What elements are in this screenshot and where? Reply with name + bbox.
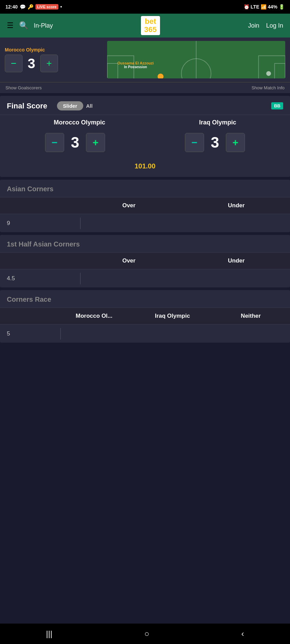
half-asian-corners-title: 1st Half Asian Corners: [7, 240, 80, 248]
score-plus-top[interactable]: +: [40, 55, 58, 72]
corners-race-table-header: Morocco Ol... Iraq Olympic Neither: [0, 308, 290, 324]
final-score-header: Final Score Slider All BB: [0, 96, 290, 115]
half-asian-corners-under-header: Under: [183, 253, 290, 269]
half-asian-corners-over-header: Over: [75, 253, 183, 269]
corners-race-title: Corners Race: [7, 296, 51, 303]
asian-corners-spacer: [0, 197, 75, 214]
navbar: ☰ 🔍 In-Play bet 365 Join Log In: [0, 14, 290, 38]
corners-race-col2-header: Iraq Olympic: [133, 308, 212, 324]
in-play-link[interactable]: In-Play: [34, 22, 53, 29]
match-score-left: Morocco Olympic − 3 +: [5, 47, 104, 72]
half-asian-corners-section: 1st Half Asian Corners Over Under 4.5: [0, 235, 290, 287]
score-group-2: − 3 +: [185, 133, 245, 152]
live-score-badge: LIVE score: [35, 4, 58, 10]
half-asian-corners-over-cell[interactable]: [81, 274, 185, 283]
team1-score-value: 3: [68, 134, 83, 151]
corners-race-col1-header: Morocco Ol...: [55, 308, 133, 324]
score-group-1: − 3 +: [45, 133, 105, 152]
bottom-back-button[interactable]: ‹: [234, 626, 251, 642]
team1-name: Morocco Olympic: [54, 119, 105, 126]
match-team-label: Morocco Olympic: [5, 47, 104, 53]
vpn-icon: 🔑: [28, 4, 33, 10]
half-asian-corners-row: 4.5: [0, 269, 290, 287]
status-right: ⏰ LTE 📶 44% 🔋: [244, 4, 285, 10]
corners-race-col3-cell[interactable]: [214, 329, 290, 339]
asian-corners-over-cell[interactable]: [81, 219, 185, 228]
player-status: In Possession: [117, 65, 154, 69]
search-icon[interactable]: 🔍: [19, 21, 28, 30]
odds-value: 101.00: [134, 162, 155, 170]
score-control-top: − 3 +: [5, 55, 104, 72]
lte-icon: LTE: [251, 4, 259, 10]
brand-logo[interactable]: bet 365: [141, 16, 160, 35]
asian-corners-under-header: Under: [183, 197, 290, 214]
bottom-nav: ||| ○ ‹: [0, 624, 290, 644]
message-icon: 💬: [20, 4, 26, 10]
team1-score-minus[interactable]: −: [45, 133, 64, 152]
corners-race-row: 5: [0, 324, 290, 343]
join-link[interactable]: Join: [248, 22, 259, 29]
status-time: 12:40: [5, 4, 18, 10]
field-visualization: 40:40 Oussama El Azzouzi In Possessio: [107, 41, 285, 78]
hamburger-icon[interactable]: ☰: [7, 21, 14, 30]
signal-bars-icon: 📶: [261, 4, 266, 10]
corners-race-col3-header: Neither: [212, 308, 290, 324]
teams-row: Morocco Olympic Iraq Olympic: [0, 115, 290, 129]
bottom-home-button[interactable]: ○: [137, 626, 156, 642]
score-minus-top[interactable]: −: [5, 55, 23, 72]
navbar-right: Join Log In: [248, 22, 283, 29]
corners-race-col1-cell[interactable]: [61, 329, 137, 339]
bb-badge: BB: [271, 102, 283, 109]
status-left: 12:40 💬 🔑 LIVE score •: [5, 4, 62, 10]
player-name: Oussama El Azzouzi: [117, 61, 154, 65]
slider-all-group: Slider All: [57, 101, 93, 110]
slider-button[interactable]: Slider: [57, 101, 84, 110]
battery-icon: 🔋: [279, 4, 285, 10]
player-label: Oussama El Azzouzi In Possession: [117, 61, 154, 69]
log-in-link[interactable]: Log In: [266, 22, 283, 29]
half-asian-corners-header: 1st Half Asian Corners: [0, 235, 290, 252]
asian-corners-row: 9: [0, 214, 290, 232]
score-row: − 3 + − 3 +: [0, 129, 290, 159]
final-score-section: Final Score Slider All BB Morocco Olympi…: [0, 96, 290, 177]
corners-race-line: 5: [0, 330, 60, 337]
match-top-section: Morocco Olympic − 3 + 40:40: [0, 38, 290, 82]
team2-score-minus[interactable]: −: [185, 133, 204, 152]
corners-race-spacer: [0, 308, 55, 324]
odds-row: 101.00: [0, 159, 290, 177]
asian-corners-under-cell[interactable]: [185, 219, 290, 228]
dot-indicator: •: [60, 4, 62, 10]
half-asian-corners-table-header: Over Under: [0, 252, 290, 269]
match-info-bar: Show Goalscorers Show Match Info: [0, 82, 290, 93]
svg-point-7: [266, 71, 271, 76]
half-asian-corners-spacer: [0, 253, 75, 269]
asian-corners-over-header: Over: [75, 197, 183, 214]
status-bar: 12:40 💬 🔑 LIVE score • ⏰ LTE 📶 44% 🔋: [0, 0, 290, 14]
alarm-icon: ⏰: [244, 4, 249, 10]
team2-name: Iraq Olympic: [199, 119, 236, 126]
corners-race-header: Corners Race: [0, 290, 290, 308]
team2-score-plus[interactable]: +: [226, 133, 245, 152]
final-score-title: Final Score: [7, 102, 47, 110]
brand-name-365: 365: [144, 26, 157, 34]
asian-corners-section: Asian Corners Over Under 9: [0, 180, 290, 232]
asian-corners-table-header: Over Under: [0, 197, 290, 214]
bottom-menu-button[interactable]: |||: [39, 626, 59, 642]
team2-score-value: 3: [207, 134, 222, 151]
battery-level: 44%: [268, 4, 277, 10]
field-svg: [107, 41, 285, 78]
corners-race-section: Corners Race Morocco Ol... Iraq Olympic …: [0, 290, 290, 343]
half-asian-corners-line: 4.5: [0, 275, 80, 282]
half-asian-corners-under-cell[interactable]: [185, 274, 290, 283]
navbar-left: ☰ 🔍 In-Play: [7, 21, 53, 30]
corners-race-col2-cell[interactable]: [137, 329, 214, 339]
score-value-top: 3: [25, 56, 38, 71]
asian-corners-title: Asian Corners: [7, 185, 54, 193]
team1-score-plus[interactable]: +: [86, 133, 105, 152]
show-match-info-link[interactable]: Show Match Info: [251, 85, 285, 90]
asian-corners-header: Asian Corners: [0, 180, 290, 197]
asian-corners-line: 9: [0, 220, 80, 227]
all-button[interactable]: All: [86, 103, 92, 109]
show-goalscorers-link[interactable]: Show Goalscorers: [5, 85, 42, 90]
brand-name-bet: bet: [144, 17, 157, 26]
